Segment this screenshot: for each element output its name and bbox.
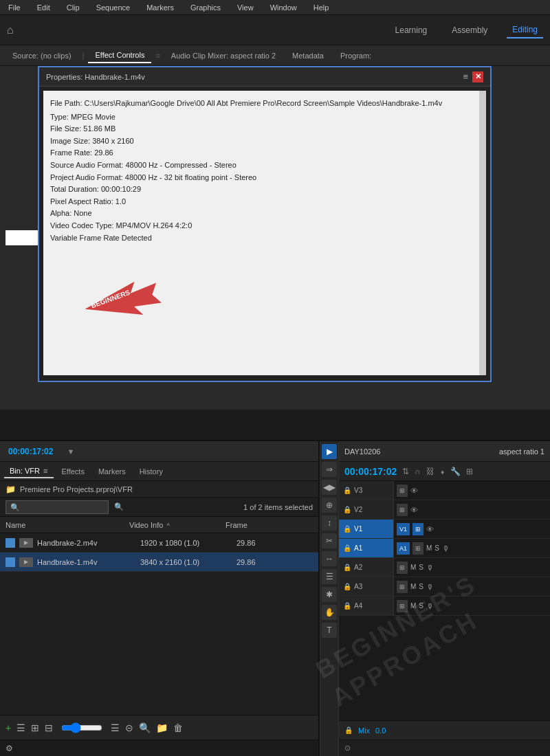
- track-a4-toggle[interactable]: ⊞: [397, 600, 408, 612]
- track-v1-toggle[interactable]: ⊞: [412, 523, 424, 535]
- tool-slip[interactable]: ↔: [322, 551, 337, 566]
- menu-markers[interactable]: Markers: [144, 2, 177, 13]
- track-v1-active[interactable]: V1: [397, 523, 410, 535]
- track-v3-text: V3: [354, 487, 362, 494]
- tool-pen[interactable]: ✱: [322, 587, 337, 602]
- file-path: File Path: C:\Users\Rajkumar\Google Driv…: [50, 98, 479, 110]
- dialog-title: Properties: Handbrake-1.m4v: [46, 73, 145, 81]
- tool-rolling-edit[interactable]: ⊕: [322, 498, 337, 513]
- menu-view[interactable]: View: [234, 2, 256, 13]
- pixel-aspect: Pixel Aspect Ratio: 1.0: [50, 196, 479, 208]
- tab-history[interactable]: History: [134, 465, 168, 478]
- folder-footer-icon[interactable]: 📁: [156, 722, 168, 733]
- col-frame-header: Frame: [226, 521, 267, 529]
- video-codec: Video Codec Type: MP4/MOV H.264 4:2:0: [50, 220, 479, 232]
- menu-clip[interactable]: Clip: [64, 2, 82, 13]
- tab-metadata[interactable]: Metadata: [285, 49, 331, 63]
- tab-source[interactable]: Source: (no clips): [6, 49, 78, 63]
- track-v2: 🔒 V2 ⊞ 👁: [339, 500, 550, 520]
- project-path-row: 📁 Premiere Pro Projects.prproj\VFR: [0, 481, 318, 498]
- track-target-icon: ⇅: [402, 467, 409, 476]
- tool-hand[interactable]: ✋: [322, 605, 337, 620]
- bottom-icon: ⚙: [6, 744, 13, 753]
- track-a3-toggle[interactable]: ⊞: [397, 581, 408, 593]
- tool-select[interactable]: ▶: [322, 444, 337, 459]
- tab-audio-clip-mixer[interactable]: Audio Clip Mixer: aspect ratio 2: [164, 49, 283, 63]
- search-row: Properties: Handbrake-1.m4v ≡ ✕ File Pat…: [0, 66, 550, 410]
- menu-help[interactable]: Help: [311, 2, 332, 13]
- track-a3-s: S: [419, 583, 424, 590]
- file-list: ▶ Handbrake-2.m4v 1920 x 1080 (1.0) 29.8…: [0, 533, 318, 715]
- track-a4-mic: 🎙: [426, 602, 434, 610]
- home-icon[interactable]: ⌂: [7, 24, 14, 36]
- search-footer-icon[interactable]: 🔍: [139, 722, 151, 733]
- tab-markers[interactable]: Markers: [93, 465, 131, 478]
- settings-icon: ⊞: [466, 467, 473, 476]
- track-a2-text: A2: [354, 564, 362, 571]
- tool-razor[interactable]: ✂: [322, 533, 337, 548]
- menu-edit[interactable]: Edit: [34, 2, 53, 13]
- track-a2-label: 🔒 A2: [339, 558, 394, 577]
- icon-view-icon[interactable]: ⊞: [31, 722, 39, 733]
- right-panel-bottom: ⊙: [339, 740, 550, 756]
- tab-program[interactable]: Program:: [333, 49, 378, 63]
- vfr-warning-graphic: BEGINNERS: [81, 274, 170, 330]
- tool-type[interactable]: T: [322, 623, 337, 638]
- track-a2-toggle[interactable]: ⊞: [397, 562, 408, 574]
- dialog-scrollbar[interactable]: [479, 91, 486, 375]
- track-v3-toggle[interactable]: ⊞: [397, 485, 408, 497]
- zoom-slider[interactable]: [61, 722, 102, 733]
- tool-rate-stretch[interactable]: ↕: [322, 515, 337, 531]
- tab-effects[interactable]: Effects: [56, 465, 90, 478]
- list-view-icon[interactable]: ☰: [16, 722, 25, 733]
- project-audio: Project Audio Format: 48000 Hz - 32 bit …: [50, 172, 479, 184]
- tool-track-select[interactable]: ⇒: [322, 462, 337, 477]
- file-color-indicator: [6, 538, 15, 548]
- dialog-close-button[interactable]: ✕: [472, 71, 483, 82]
- tab-assembly[interactable]: Assembly: [446, 23, 493, 38]
- col-name-header: Name: [6, 521, 129, 529]
- trash-icon[interactable]: 🗑: [173, 722, 183, 733]
- track-a2-s: S: [419, 564, 424, 571]
- tab-learning[interactable]: Learning: [390, 23, 433, 38]
- table-row[interactable]: ▶ Handbrake-1.m4v 3840 x 2160 (1.0) 29.8…: [0, 553, 318, 572]
- menu-graphics[interactable]: Graphics: [188, 2, 223, 13]
- menu-sequence[interactable]: Sequence: [94, 2, 133, 13]
- file-frame-1: 29.86: [236, 539, 256, 547]
- menu-file[interactable]: File: [6, 2, 23, 13]
- file-size: File Size: 51.86 MB: [50, 123, 479, 135]
- tab-editing[interactable]: Editing: [507, 22, 543, 38]
- track-a1-content: A1 ⊞ M S 🎙: [394, 539, 550, 557]
- track-a1-active[interactable]: A1: [397, 542, 410, 555]
- track-v2-text: V2: [354, 506, 362, 513]
- track-a3: 🔒 A3 ⊞ M S 🎙: [339, 577, 550, 597]
- freeform-icon[interactable]: ⊟: [45, 722, 53, 733]
- timeline-icon: ⊙: [344, 744, 351, 753]
- menu-window[interactable]: Window: [267, 2, 300, 13]
- left-panel-footer: + ☰ ⊞ ⊟ ☰ ⊝ 🔍 📁 🗑: [0, 715, 318, 740]
- right-panel-timecode: 00:00:17:02 ⇅ ∩ ⛓ ⬧ 🔧 ⊞: [339, 462, 550, 481]
- track-v2-toggle[interactable]: ⊞: [397, 504, 408, 516]
- sort-arrow[interactable]: ^: [166, 522, 169, 529]
- right-panel: DAY10206 aspect ratio 1 00:00:17:02 ⇅ ∩ …: [339, 441, 550, 756]
- file-thumbnail: ▶: [19, 557, 33, 567]
- panel-menu-icon[interactable]: ☰: [111, 722, 120, 733]
- sort-icon[interactable]: ⊝: [125, 722, 133, 733]
- new-item-icon[interactable]: +: [6, 722, 11, 733]
- bin-search-icon: 🔍: [114, 502, 124, 511]
- track-a1-text: A1: [354, 544, 362, 552]
- dialog-menu-icon[interactable]: ≡: [463, 71, 468, 82]
- tab-bin-vfr[interactable]: Bin: VFR ≡: [4, 465, 54, 478]
- lock-icon-a4: 🔒: [343, 602, 351, 610]
- track-a2-content: ⊞ M S 🎙: [394, 558, 550, 577]
- table-row[interactable]: ▶ Handbrake-2.m4v 1920 x 1080 (1.0) 29.8…: [0, 533, 318, 553]
- file-color-indicator: [6, 557, 15, 567]
- tab-effect-controls[interactable]: Effect Controls: [88, 48, 151, 63]
- track-a1-toggle[interactable]: ⊞: [412, 542, 424, 555]
- bin-search-input[interactable]: [6, 500, 109, 514]
- tool-ripple-edit[interactable]: ◀▶: [322, 480, 337, 495]
- left-panel-header: 00:00:17:02 ▼: [0, 441, 318, 462]
- file-frame-2: 29.86: [236, 558, 256, 566]
- lock-icon-a1: 🔒: [343, 544, 351, 552]
- tool-slide[interactable]: ☰: [322, 569, 337, 584]
